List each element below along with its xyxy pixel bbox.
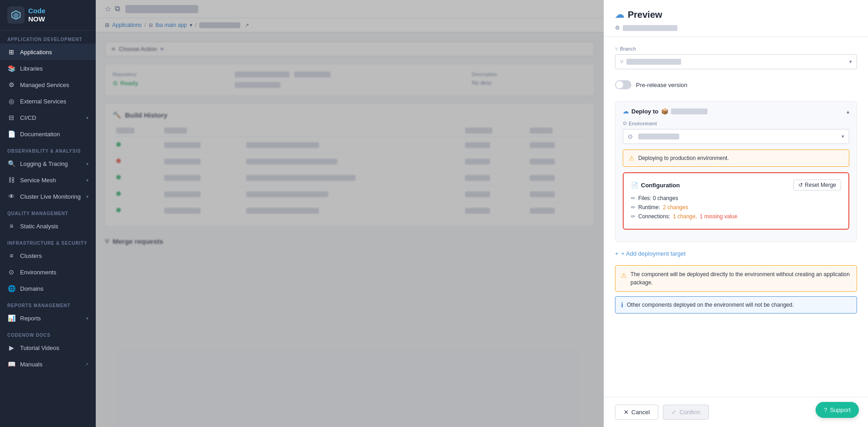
reset-merge-button[interactable]: ↺ Reset Merge (793, 180, 841, 190)
manuals-icon: 📖 (7, 360, 16, 368)
sidebar-item-label: Managed Services (20, 82, 88, 88)
chevron-down-icon: ▾ (86, 161, 88, 166)
production-warning: ⚠ Deploying to production environment. (623, 149, 849, 167)
logging-icon: 🔍 (7, 159, 16, 168)
add-deployment-target-button[interactable]: + + Add deployment target (615, 248, 857, 259)
subtitle-blur (623, 25, 677, 31)
sidebar-item-external-services[interactable]: ◎ External Services (0, 93, 96, 109)
section-label-infrastructure: Infrastructure & Security (0, 234, 96, 247)
connections-missing: 1 missing value (700, 213, 738, 220)
section-label-observability: Observability & Analysis (0, 142, 96, 155)
env-icon: ⊙ (623, 120, 627, 126)
sidebar-item-label: Cluster Live Monitoring (20, 193, 82, 200)
chevron-down-icon: ▾ (86, 316, 88, 321)
environments-icon: ⊙ (7, 268, 16, 276)
cancel-button[interactable]: ✕ Cancel (615, 405, 658, 420)
deploy-title-blur (671, 108, 708, 114)
preview-panel: ☁ Preview ⚙ ⑂ Branch ⑂ ▾ Pre-release ver… (604, 0, 868, 427)
sidebar-item-cluster-live-monitoring[interactable]: 👁 Cluster Live Monitoring ▾ (0, 188, 96, 205)
pre-release-row: Pre-release version (615, 76, 857, 94)
config-title: 📄 Configuration (631, 182, 680, 189)
chevron-down-icon: ▾ (842, 134, 844, 139)
connections-change: 1 change, (673, 213, 697, 220)
sidebar-item-applications[interactable]: ⊞ Applications (0, 44, 96, 60)
chevron-down-icon: ▾ (86, 194, 88, 199)
env-select-icon: ⊙ (628, 133, 633, 140)
sidebar-item-libraries[interactable]: 📚 Libraries (0, 60, 96, 77)
branch-value-blur (626, 59, 681, 65)
environment-select[interactable]: ⊙ ▾ (623, 129, 849, 144)
sidebar-item-label: Clusters (20, 252, 88, 259)
sidebar-item-static-analysis[interactable]: ≡ Static Analysis (0, 218, 96, 234)
managed-services-icon: ⚙ (7, 81, 16, 89)
sidebar: Code NOW Application Development ⊞ Appli… (0, 0, 96, 427)
sidebar-item-clusters[interactable]: ≡ Clusters (0, 247, 96, 264)
sidebar-item-label: Documentation (20, 131, 88, 138)
libraries-icon: 📚 (7, 64, 16, 72)
files-item: ✏ Files: 0 changes (631, 195, 841, 201)
box-icon: 📦 (661, 108, 668, 115)
sidebar-item-label: Reports (20, 315, 82, 322)
pre-release-toggle[interactable] (615, 80, 631, 89)
pencil-icon: ✏ (631, 195, 636, 201)
pre-release-label: Pre-release version (636, 82, 687, 88)
sidebar-item-domains[interactable]: 🌐 Domains (0, 280, 96, 297)
sidebar-item-reports[interactable]: 📊 Reports ▾ (0, 310, 96, 326)
pencil-icon: ✏ (631, 213, 636, 220)
branch-label: ⑂ Branch (615, 46, 857, 51)
support-button[interactable]: ? Support (816, 402, 859, 418)
tutorial-icon: ▶ (7, 344, 16, 352)
git-branch-icon: ⑂ (615, 46, 618, 51)
sidebar-item-logging-tracing[interactable]: 🔍 Logging & Tracing ▾ (0, 155, 96, 172)
chevron-up-icon[interactable]: ▴ (847, 108, 849, 115)
service-mesh-icon: ⛓ (7, 176, 16, 184)
sidebar-item-label: Manuals (20, 361, 80, 368)
panel-title: ☁ Preview (615, 9, 857, 20)
monitoring-icon: 👁 (7, 192, 16, 201)
toggle-knob (616, 81, 623, 88)
sidebar-item-label: Logging & Tracing (20, 160, 82, 167)
sidebar-item-label: Domains (20, 285, 88, 292)
runtime-changes: 2 changes (663, 204, 688, 211)
sidebar-item-tutorial-videos[interactable]: ▶ Tutorial Videos (0, 340, 96, 356)
connections-item: ✏ Connections: 1 change, 1 missing value (631, 213, 841, 220)
section-label-codenow-docs: CodeNOW Docs (0, 326, 96, 340)
logo-icon (7, 6, 25, 24)
logo-text: Code NOW (28, 7, 46, 23)
sidebar-item-label: Applications (20, 49, 88, 56)
external-services-icon: ◎ (7, 97, 16, 105)
warning-icon: ⚠ (629, 154, 635, 162)
sidebar-item-documentation[interactable]: 📄 Documentation (0, 126, 96, 142)
config-header: 📄 Configuration ↺ Reset Merge (631, 180, 841, 190)
runtime-item: ✏ Runtime: 2 changes (631, 204, 841, 211)
sidebar-item-label: Service Mesh (20, 177, 82, 184)
sidebar-item-manuals[interactable]: 📖 Manuals ↗ (0, 356, 96, 372)
clusters-icon: ≡ (7, 252, 16, 260)
cicd-icon: ⊟ (7, 113, 16, 122)
sidebar-item-label: CI/CD (20, 114, 82, 121)
panel-body: ⑂ Branch ⑂ ▾ Pre-release version ☁ Deplo… (604, 37, 868, 397)
reset-icon: ↺ (798, 182, 803, 188)
deploy-to-header: ☁ Deploy to 📦 ▴ (623, 108, 849, 115)
config-icon: 📄 (631, 182, 638, 189)
main-area: ☆ ⧉ ⊞ Applications / ⊟ lba main app ▾ / … (96, 0, 604, 427)
sidebar-item-environments[interactable]: ⊙ Environments (0, 264, 96, 280)
static-analysis-icon: ≡ (7, 222, 16, 230)
sidebar-item-label: External Services (20, 98, 88, 105)
applications-icon: ⊞ (7, 48, 16, 56)
external-link-icon: ↗ (85, 362, 88, 367)
domains-icon: 🌐 (7, 284, 16, 293)
cloud-icon: ☁ (623, 108, 629, 115)
chevron-down-icon: ▾ (849, 59, 852, 65)
sidebar-item-managed-services[interactable]: ⚙ Managed Services (0, 77, 96, 93)
git-icon: ⑂ (620, 58, 624, 65)
section-label-app-dev: Application Development (0, 31, 96, 44)
chevron-down-icon: ▾ (86, 115, 88, 120)
panel-header: ☁ Preview ⚙ (604, 0, 868, 37)
sidebar-item-cicd[interactable]: ⊟ CI/CD ▾ (0, 109, 96, 126)
plus-icon: + (615, 250, 619, 257)
confirm-button[interactable]: ✓ Confirm (663, 405, 709, 420)
sidebar-item-service-mesh[interactable]: ⛓ Service Mesh ▾ (0, 172, 96, 188)
branch-select[interactable]: ⑂ ▾ (615, 54, 857, 69)
sidebar-logo: Code NOW (0, 0, 96, 31)
